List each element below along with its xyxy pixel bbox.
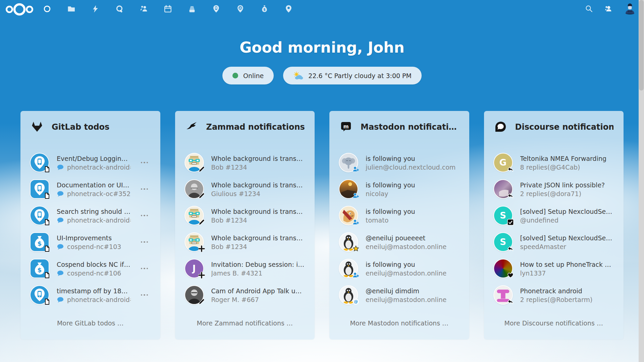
pencil-badge-icon bbox=[198, 192, 205, 199]
reply-badge-icon bbox=[507, 245, 514, 252]
list-item[interactable]: How to set up PhoneTrack so P…lyn1337 bbox=[494, 257, 614, 280]
list-item[interactable]: S[solved] Setup NexcloudServer …@undefin… bbox=[494, 204, 614, 227]
item-menu-button[interactable] bbox=[139, 160, 150, 166]
app-maps-icon[interactable] bbox=[284, 5, 293, 13]
item-menu-button[interactable] bbox=[139, 292, 150, 298]
app-files-icon[interactable] bbox=[67, 5, 75, 13]
list-item[interactable]: Whole background is transparentBob #1234 bbox=[185, 152, 305, 174]
app-phonetrack-icon[interactable] bbox=[212, 5, 220, 13]
item-text: is following younicolay bbox=[366, 181, 459, 198]
app-cospend-icon[interactable]: $ bbox=[260, 5, 269, 13]
card-title: GitLab todos bbox=[52, 122, 109, 132]
item-text: Private JSON link possible?2 replies(@do… bbox=[520, 181, 614, 198]
list-item[interactable]: is following younicolay bbox=[339, 178, 459, 200]
item-menu-button[interactable] bbox=[139, 186, 150, 192]
item-subtitle: James B. #4321 bbox=[211, 269, 305, 277]
discourse-logo-icon bbox=[495, 121, 506, 133]
item-text: [solved] Setup NexcloudServer …speedAmas… bbox=[520, 234, 614, 251]
item-text: Invitation: Debug session: issue …James … bbox=[211, 260, 305, 277]
list-item[interactable]: Event/Debug Logging in t…phonetrack-andr… bbox=[31, 152, 150, 174]
item-title: Whole background is transparent bbox=[211, 207, 305, 216]
item-title: Invitation: Debug session: issue … bbox=[211, 260, 305, 269]
page-scrollbar[interactable] bbox=[639, 0, 644, 362]
reply-badge-icon bbox=[507, 166, 514, 173]
item-menu-button[interactable] bbox=[139, 239, 150, 245]
mastodon-logo-icon: m bbox=[340, 121, 352, 133]
item-title: is following you bbox=[366, 154, 459, 163]
item-title: Whole background is transparent bbox=[211, 234, 305, 243]
item-menu-button[interactable] bbox=[139, 266, 150, 272]
status-row: Online 22.6 °C Partly cloudy at 3:00 PM bbox=[0, 67, 644, 84]
list-item[interactable]: Whole background is transparentGiulious … bbox=[185, 178, 305, 200]
item-menu-button[interactable] bbox=[139, 213, 150, 219]
more-link-gitlab-todos[interactable]: More GitLab todos … bbox=[31, 319, 150, 327]
list-item[interactable]: is following youjulien@cloud.nextcloud.c… bbox=[339, 152, 459, 174]
avatar-wrap bbox=[339, 206, 358, 225]
list-item[interactable]: Whole background is transparentBob #1234 bbox=[185, 231, 305, 253]
list-item[interactable]: Phonetrack android2 replies(@Robertarm) bbox=[494, 284, 614, 306]
avatar-wrap: S bbox=[494, 206, 512, 225]
item-subtitle: 2 replies(@Robertarm) bbox=[520, 296, 614, 303]
list-item[interactable]: Cam of Android App Talk user t…Roger M. … bbox=[185, 284, 305, 306]
person-add-badge-icon bbox=[353, 219, 359, 226]
app-deck-icon[interactable] bbox=[188, 5, 196, 13]
at-badge-icon: @ bbox=[353, 298, 359, 305]
item-text: is following youeneiluj@mastodon.online bbox=[366, 260, 459, 277]
search-icon[interactable] bbox=[585, 5, 593, 13]
item-subtitle: cospend-nc#103 bbox=[57, 243, 131, 250]
item-title: is following you bbox=[366, 207, 459, 216]
app-tracks-icon[interactable] bbox=[236, 5, 245, 13]
avatar-wrap bbox=[494, 259, 512, 278]
list-item[interactable]: GTeltonika NMEA Forwarding8 replies(@G4C… bbox=[494, 152, 614, 174]
contacts-menu-icon[interactable] bbox=[604, 5, 612, 13]
list-item[interactable]: S[solved] Setup NexcloudServer …speedAma… bbox=[494, 231, 614, 253]
item-subtitle: Roger M. #667 bbox=[211, 296, 305, 303]
item-title: [solved] Setup NexcloudServer … bbox=[520, 234, 614, 243]
scrollbar-thumb[interactable] bbox=[639, 0, 644, 90]
app-activity-icon[interactable] bbox=[91, 5, 100, 13]
pencil-badge-icon bbox=[198, 219, 205, 226]
heart-badge-icon bbox=[507, 272, 514, 279]
list-item[interactable]: Search string should be ac…phonetrack-an… bbox=[31, 204, 150, 227]
reply-badge-icon bbox=[507, 192, 514, 199]
comment-icon bbox=[57, 270, 64, 277]
weather-status-pill[interactable]: 22.6 °C Partly cloudy at 3:00 PM bbox=[283, 67, 422, 84]
more-link-discourse-notifications[interactable]: More Discourse notifications … bbox=[494, 319, 614, 327]
app-dashboard-icon[interactable] bbox=[43, 5, 51, 13]
list-item[interactable]: @@eneiluj dimdimeneiluj@mastodon.online bbox=[339, 284, 459, 306]
item-title: Phonetrack android bbox=[520, 287, 614, 296]
page-badge-icon bbox=[44, 219, 50, 226]
item-text: is following youtomato bbox=[366, 207, 459, 224]
app-talk-icon[interactable] bbox=[115, 5, 124, 13]
item-subtitle-text: phonetrack-android#150 bbox=[67, 296, 131, 303]
online-status-pill[interactable]: Online bbox=[222, 67, 274, 84]
list-item[interactable]: Documentation or UI: Os…phonetrack-oc#35… bbox=[31, 178, 150, 200]
list-item[interactable]: $Cospend blocks NC if Acti…cospend-nc#10… bbox=[31, 257, 150, 280]
avatar-wrap bbox=[339, 154, 358, 172]
list-item[interactable]: $UI-Improvementscospend-nc#103 bbox=[31, 231, 150, 253]
item-subtitle: 8 replies(@G4Cab) bbox=[520, 164, 614, 171]
plus-badge-icon bbox=[198, 272, 205, 279]
check-badge-icon bbox=[507, 219, 514, 226]
avatar-wrap: G bbox=[494, 154, 512, 172]
item-text: Cospend blocks NC if Acti…cospend-nc#106 bbox=[57, 260, 131, 277]
avatar-wrap bbox=[339, 233, 358, 251]
card-header: mMastodon notificati… bbox=[339, 121, 459, 133]
avatar-wrap bbox=[185, 180, 203, 198]
list-item[interactable]: is following youeneiluj@mastodon.online bbox=[339, 257, 459, 280]
nextcloud-logo-icon[interactable] bbox=[5, 2, 34, 17]
list-item[interactable]: Whole background is transparentBob #1234 bbox=[185, 204, 305, 227]
more-link-zammad-notifications[interactable]: More Zammad notifications … bbox=[185, 319, 305, 327]
item-title: is following you bbox=[366, 181, 459, 190]
user-avatar[interactable] bbox=[624, 3, 636, 15]
app-contacts-icon[interactable] bbox=[140, 5, 148, 13]
list-item[interactable]: Private JSON link possible?2 replies(@do… bbox=[494, 178, 614, 200]
app-calendar-icon[interactable] bbox=[164, 5, 172, 13]
item-subtitle-text: 2 replies(@dora71) bbox=[520, 190, 582, 197]
list-item[interactable]: JInvitation: Debug session: issue …James… bbox=[185, 257, 305, 280]
list-item[interactable]: timestamp off by 18y, GP…phonetrack-andr… bbox=[31, 284, 150, 306]
widget-card-gitlab-todos: GitLab todosEvent/Debug Logging in t…pho… bbox=[20, 111, 160, 340]
list-item[interactable]: is following youtomato bbox=[339, 204, 459, 227]
list-item[interactable]: @eneiluj poueeeeteneiluj@mastodon.online bbox=[339, 231, 459, 253]
more-link-mastodon-notifications[interactable]: More Mastodon notifications … bbox=[339, 319, 459, 327]
